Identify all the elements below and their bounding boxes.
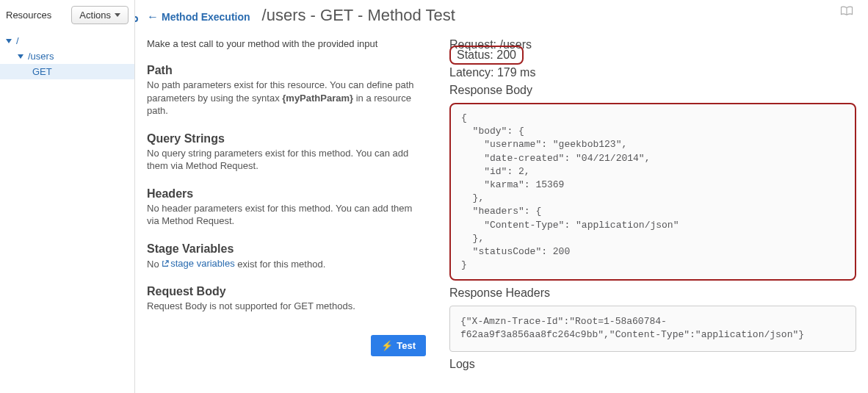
headers-section: Headers No header parameters exist for t… bbox=[147, 187, 426, 228]
book-icon[interactable] bbox=[840, 6, 853, 16]
main: ← Method Execution /users - GET - Method… bbox=[135, 0, 868, 393]
path-text: No path parameters exist for this resour… bbox=[147, 79, 426, 118]
body-text: Request Body is not supported for GET me… bbox=[147, 300, 426, 313]
actions-button-label: Actions bbox=[79, 10, 111, 21]
stage-variables-link[interactable]: stage variables bbox=[162, 257, 234, 270]
response-body: { "body": { "username": "geekbob123", "d… bbox=[449, 103, 856, 281]
external-link-icon bbox=[162, 260, 169, 267]
path-section: Path No path parameters exist for this r… bbox=[147, 64, 426, 118]
tree-root[interactable]: / bbox=[0, 33, 134, 48]
resource-tree: / /users GET bbox=[0, 30, 134, 82]
query-text: No query string parameters exist for thi… bbox=[147, 147, 426, 173]
tree-child[interactable]: /users bbox=[0, 48, 134, 64]
status-highlight: Status: 200 bbox=[449, 46, 524, 65]
response-headers: {"X-Amzn-Trace-Id":"Root=1-58a60784-f62a… bbox=[449, 306, 856, 351]
body-section: Request Body Request Body is not support… bbox=[147, 285, 426, 313]
response-panel: Request: /users Status: 200 Latency: 179… bbox=[449, 38, 856, 377]
status-code: Status: 200 bbox=[457, 48, 516, 61]
headers-title: Headers bbox=[147, 187, 426, 201]
query-section: Query Strings No query string parameters… bbox=[147, 132, 426, 173]
back-link-label: Method Execution bbox=[162, 11, 250, 23]
stage-title: Stage Variables bbox=[147, 242, 426, 256]
query-title: Query Strings bbox=[147, 132, 426, 145]
caret-down-icon bbox=[115, 13, 120, 17]
path-title: Path bbox=[147, 64, 426, 77]
sidebar-title: Resources bbox=[6, 10, 51, 21]
breadcrumb: ← Method Execution /users - GET - Method… bbox=[147, 6, 856, 25]
actions-button[interactable]: Actions bbox=[71, 6, 129, 24]
caret-down-icon bbox=[18, 54, 23, 59]
tree-child-label: /users bbox=[28, 51, 54, 62]
arrow-left-icon: ← bbox=[147, 10, 159, 24]
test-button-label: Test bbox=[397, 340, 416, 351]
back-link[interactable]: ← Method Execution bbox=[147, 10, 250, 24]
stage-section: Stage Variables No stage variables exist… bbox=[147, 242, 426, 270]
intro-text: Make a test call to your method with the… bbox=[147, 38, 426, 49]
sidebar: Resources Actions / /users GET bbox=[0, 0, 135, 393]
bolt-icon: ⚡ bbox=[381, 340, 393, 351]
tree-leaf-get[interactable]: GET bbox=[0, 64, 134, 79]
pipeline-indicator-icon bbox=[135, 16, 138, 22]
test-form: Make a test call to your method with the… bbox=[147, 38, 426, 377]
caret-down-icon bbox=[6, 39, 12, 43]
test-button[interactable]: ⚡ Test bbox=[371, 335, 426, 356]
stage-text: No stage variables exist for this method… bbox=[147, 257, 426, 270]
headers-text: No header parameters exist for this meth… bbox=[147, 202, 426, 228]
body-title: Request Body bbox=[147, 285, 426, 298]
response-headers-title: Response Headers bbox=[449, 286, 856, 300]
page-title: /users - GET - Method Test bbox=[262, 6, 455, 25]
response-body-title: Response Body bbox=[449, 84, 856, 97]
tree-root-label: / bbox=[16, 35, 19, 46]
latency: Latency: 179 ms bbox=[449, 66, 856, 79]
logs-title: Logs bbox=[449, 358, 856, 371]
tree-leaf-label: GET bbox=[32, 66, 52, 77]
